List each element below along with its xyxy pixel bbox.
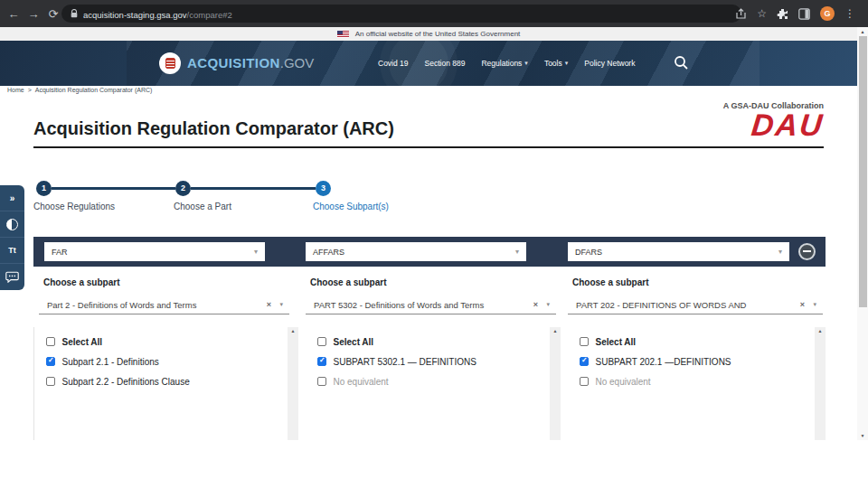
list-item[interactable]: No equivalent [306,371,550,391]
step-label-choose-subparts: Choose Subpart(s) [313,202,389,211]
logo-suffix: .GOV [280,55,315,70]
scroll-up-icon[interactable]: ▲ [815,327,826,335]
subpart-list-dfars: Select All SUBPART 202.1 —DEFINITIONS No… [568,327,814,440]
caret-down-icon: ▾ [546,301,550,308]
address-bar[interactable]: acquisition-staging.gsa.gov/compare#2 [61,5,741,23]
contrast-button[interactable] [0,211,24,238]
feedback-button[interactable] [0,264,24,290]
screenshot: ← → ⟳ acquisition-staging.gsa.gov/compar… [0,0,868,488]
list-scrollbar[interactable]: ▲ [550,327,561,440]
list-scrollbar[interactable]: ▲ [815,327,826,440]
checkbox[interactable] [580,357,589,366]
caret-down-icon: ▾ [565,60,569,67]
url-domain: acquisition-staging.gsa.gov [83,10,187,20]
checkbox[interactable] [317,337,326,346]
list-item[interactable]: Subpart 2.2 - Definitions Clause [34,371,288,391]
bookmark-star-icon[interactable]: ☆ [757,7,767,20]
caret-down-icon: ▾ [778,248,782,256]
item-label: Subpart 2.1 - Definitions [62,357,159,367]
checkbox[interactable] [580,377,589,386]
subpart-list-affars: Select All SUBPART 5302.1 — DEFINITIONS … [306,327,550,440]
browser-scrollbar[interactable]: ▲ ▼ [857,27,868,440]
step-circle-2[interactable]: 2 [175,181,191,196]
subpart-select-far[interactable]: Part 2 - Definitions of Words and Terms … [39,296,289,314]
list-item[interactable]: Subpart 2.1 - Definitions [34,352,288,371]
nav-item-section-889[interactable]: Section 889 [425,59,466,68]
us-flag-icon [337,31,349,38]
nav-item-covid19[interactable]: Covid 19 [378,59,409,68]
minus-icon [803,250,811,252]
list-item[interactable]: Select All [306,332,550,352]
browser-toolbar: ← → ⟳ acquisition-staging.gsa.gov/compar… [0,0,868,27]
logo-bag-icon [159,52,181,74]
forward-icon[interactable]: → [24,7,43,21]
regulation-select-affars[interactable]: AFFARS▾ [306,242,526,261]
list-item[interactable]: Select All [34,332,288,352]
list-scrollbar[interactable]: ▲ [288,327,298,440]
share-icon[interactable] [735,8,747,20]
nav-item-regulations[interactable]: Regulations▾ [481,59,527,68]
reload-icon[interactable]: ⟳ [43,7,63,21]
breadcrumb: Home>Acquisition Regulation Comparator (… [7,87,156,93]
step-circle-3[interactable]: 3 [316,181,331,196]
nav-item-tools[interactable]: Tools▾ [544,59,568,68]
breadcrumb-home-link[interactable]: Home [7,87,24,93]
regulation-select-dfars[interactable]: DFARS▾ [568,242,789,261]
caret-down-icon: ▾ [279,301,283,308]
clear-icon[interactable]: × [800,300,805,309]
subpart-heading: Choose a subpart [310,277,386,287]
step-connector [191,187,316,190]
scrollbar-thumb[interactable] [859,36,867,307]
clear-icon[interactable]: × [267,300,271,309]
contrast-icon [6,219,18,230]
extensions-puzzle-icon[interactable] [777,8,788,20]
item-label: Subpart 2.2 - Definitions Clause [62,377,190,387]
subpart-list-far: Select All Subpart 2.1 - Definitions Sub… [33,327,288,440]
browser-menu-icon[interactable]: ⋮ [844,7,855,20]
title-divider [33,146,824,148]
site-logo[interactable]: ACQUISITION.GOV [159,52,314,74]
text-size-icon: Tt [8,246,16,255]
side-panel-icon[interactable] [798,8,810,20]
checkbox[interactable] [317,377,326,386]
list-item[interactable]: No equivalent [568,371,814,391]
checkbox[interactable] [317,357,326,366]
clear-icon[interactable]: × [533,300,538,309]
caret-down-icon: ▾ [254,248,258,256]
collapse-button[interactable]: » [0,185,24,211]
step-connector [52,187,175,190]
scroll-up-icon[interactable]: ▲ [857,29,868,34]
checkbox[interactable] [46,377,55,386]
breadcrumb-separator: > [28,87,32,93]
back-icon[interactable]: ← [4,7,24,21]
subpart-heading: Choose a subpart [572,277,648,287]
main-nav: Covid 19 Section 889 Regulations▾ Tools▾… [378,41,635,86]
search-icon[interactable] [674,55,689,70]
item-label: SUBPART 202.1 —DEFINITIONS [596,357,731,367]
step-circle-1[interactable]: 1 [36,181,52,196]
scroll-up-icon[interactable]: ▲ [288,327,298,335]
list-item[interactable]: Select All [568,332,814,352]
scroll-up-icon[interactable]: ▲ [550,327,561,335]
logo-text: ACQUISITION [187,55,280,70]
item-label: No equivalent [596,377,651,387]
checkbox[interactable] [580,337,589,346]
scroll-down-icon[interactable]: ▼ [857,433,868,438]
list-item[interactable]: SUBPART 202.1 —DEFINITIONS [568,352,814,371]
profile-avatar[interactable]: G [820,6,835,21]
subpart-select-dfars[interactable]: PART 202 - DEFINITIONS OF WORDS AND × ▾ [568,296,823,314]
remove-column-button[interactable] [798,243,816,260]
checkbox[interactable] [46,337,55,346]
url-path: /compare#2 [187,10,232,20]
subpart-select-affars[interactable]: PART 5302 - Definitions of Words and Ter… [306,296,556,314]
item-label: Select All [596,337,637,347]
a11y-toolbar: » Tt [0,185,24,290]
nav-item-policy-network[interactable]: Policy Network [584,59,635,68]
checkbox[interactable] [46,357,55,366]
text-size-button[interactable]: Tt [0,238,24,264]
subpart-heading: Choose a subpart [43,277,119,287]
regulation-select-far[interactable]: FAR▾ [44,242,265,261]
list-item[interactable]: SUBPART 5302.1 — DEFINITIONS [306,352,550,371]
caret-down-icon: ▾ [524,60,528,67]
item-label: SUBPART 5302.1 — DEFINITIONS [334,357,476,367]
